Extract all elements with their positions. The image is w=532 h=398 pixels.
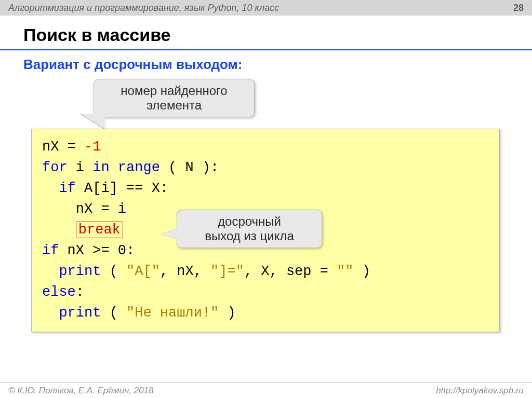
breadcrumb: Алгоритмизация и программирование, язык … <box>8 3 279 13</box>
page-title: Поиск в массиве <box>0 16 532 46</box>
title-rule <box>0 49 532 50</box>
header-bar: Алгоритмизация и программирование, язык … <box>0 0 532 16</box>
callout-line: выход из цикла <box>190 229 309 243</box>
code-line: print ( "A[", nX, "]=", X, sep = "" ) <box>42 261 489 282</box>
subtitle: Вариант с досрочным выходом: <box>0 57 532 73</box>
callout-early-exit: досрочный выход из цикла <box>177 210 322 248</box>
callout-line: номер найденного <box>107 84 242 98</box>
callout-tail-icon <box>81 114 105 129</box>
page-number: 28 <box>513 3 524 13</box>
code-line: for i in range ( N ): <box>42 157 489 178</box>
code-line: print ( "Не нашли!" ) <box>42 303 489 323</box>
footer-bar: © К.Ю. Поляков, Е.А. Ерёмин, 2018 http:/… <box>0 382 532 398</box>
code-line: nX = -1 <box>42 136 489 157</box>
callout-line: элемента <box>107 98 242 113</box>
callout-tail-icon <box>162 228 179 240</box>
callout-found-index: номер найденного элемента <box>94 79 255 117</box>
copyright: © К.Ю. Поляков, Е.А. Ерёмин, 2018 <box>8 386 154 396</box>
footer-url: http://kpolyakov.spb.ru <box>436 386 524 396</box>
code-line: if A[i] == X: <box>42 178 489 199</box>
callout-line: досрочный <box>190 214 309 229</box>
break-keyword: break <box>76 222 123 238</box>
code-line: else: <box>42 282 489 303</box>
